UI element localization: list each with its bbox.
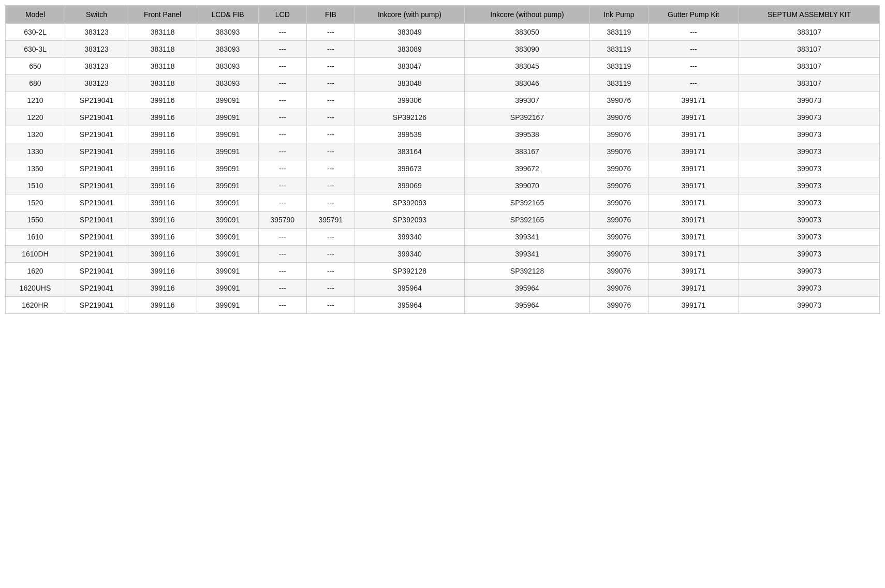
table-cell-r12-c10: 399073 xyxy=(739,229,880,246)
table-cell-r5-c6: SP392126 xyxy=(355,109,464,126)
table-cell-r6-c3: 399091 xyxy=(197,126,259,143)
table-cell-r7-c5: --- xyxy=(306,143,355,160)
table-cell-r8-c5: --- xyxy=(306,160,355,177)
table-row: 1320SP219041399116399091------3995393995… xyxy=(6,126,880,143)
table-cell-r7-c6: 383164 xyxy=(355,143,464,160)
table-cell-r1-c8: 383119 xyxy=(590,41,648,58)
table-cell-r10-c10: 399073 xyxy=(739,194,880,212)
table-cell-r2-c9: --- xyxy=(648,58,739,75)
table-cell-r15-c1: SP219041 xyxy=(65,280,128,297)
table-cell-r10-c2: 399116 xyxy=(128,194,197,212)
table-cell-r14-c10: 399073 xyxy=(739,263,880,280)
table-cell-r0-c0: 630-2L xyxy=(6,24,65,41)
table-cell-r3-c3: 383093 xyxy=(197,75,259,92)
table-cell-r8-c7: 399672 xyxy=(464,160,589,177)
table-cell-r15-c3: 399091 xyxy=(197,280,259,297)
table-cell-r6-c9: 399171 xyxy=(648,126,739,143)
table-cell-r1-c4: --- xyxy=(258,41,306,58)
header-cell-8: Ink Pump xyxy=(590,6,648,24)
table-cell-r7-c3: 399091 xyxy=(197,143,259,160)
table-cell-r2-c8: 383119 xyxy=(590,58,648,75)
table-cell-r8-c10: 399073 xyxy=(739,160,880,177)
table-cell-r13-c9: 399171 xyxy=(648,246,739,263)
table-cell-r12-c1: SP219041 xyxy=(65,229,128,246)
table-wrapper: ModelSwitchFront PanelLCD& FIBLCDFIBInkc… xyxy=(5,5,880,314)
table-cell-r15-c8: 399076 xyxy=(590,280,648,297)
table-cell-r13-c4: --- xyxy=(258,246,306,263)
table-cell-r14-c7: SP392128 xyxy=(464,263,589,280)
table-cell-r8-c1: SP219041 xyxy=(65,160,128,177)
table-cell-r6-c10: 399073 xyxy=(739,126,880,143)
table-cell-r6-c5: --- xyxy=(306,126,355,143)
table-cell-r9-c9: 399171 xyxy=(648,177,739,194)
table-cell-r16-c9: 399171 xyxy=(648,297,739,314)
table-cell-r4-c8: 399076 xyxy=(590,92,648,109)
table-cell-r13-c3: 399091 xyxy=(197,246,259,263)
table-cell-r13-c1: SP219041 xyxy=(65,246,128,263)
table-cell-r12-c2: 399116 xyxy=(128,229,197,246)
table-cell-r8-c6: 399673 xyxy=(355,160,464,177)
table-row: 650383123383118383093------3830473830453… xyxy=(6,58,880,75)
table-cell-r1-c5: --- xyxy=(306,41,355,58)
table-cell-r16-c5: --- xyxy=(306,297,355,314)
table-cell-r15-c9: 399171 xyxy=(648,280,739,297)
table-cell-r14-c3: 399091 xyxy=(197,263,259,280)
table-cell-r8-c8: 399076 xyxy=(590,160,648,177)
table-cell-r13-c5: --- xyxy=(306,246,355,263)
table-cell-r9-c10: 399073 xyxy=(739,177,880,194)
table-cell-r12-c7: 399341 xyxy=(464,229,589,246)
table-cell-r13-c6: 399340 xyxy=(355,246,464,263)
table-cell-r7-c0: 1330 xyxy=(6,143,65,160)
table-cell-r15-c2: 399116 xyxy=(128,280,197,297)
table-cell-r14-c9: 399171 xyxy=(648,263,739,280)
table-cell-r11-c6: SP392093 xyxy=(355,212,464,229)
table-cell-r7-c2: 399116 xyxy=(128,143,197,160)
table-cell-r4-c6: 399306 xyxy=(355,92,464,109)
table-cell-r0-c6: 383049 xyxy=(355,24,464,41)
table-row: 1520SP219041399116399091------SP392093SP… xyxy=(6,194,880,212)
table-cell-r13-c7: 399341 xyxy=(464,246,589,263)
table-cell-r7-c10: 399073 xyxy=(739,143,880,160)
table-cell-r5-c8: 399076 xyxy=(590,109,648,126)
table-cell-r6-c6: 399539 xyxy=(355,126,464,143)
table-cell-r6-c0: 1320 xyxy=(6,126,65,143)
table-cell-r2-c7: 383045 xyxy=(464,58,589,75)
table-cell-r5-c7: SP392167 xyxy=(464,109,589,126)
table-cell-r4-c0: 1210 xyxy=(6,92,65,109)
table-cell-r0-c8: 383119 xyxy=(590,24,648,41)
table-cell-r0-c7: 383050 xyxy=(464,24,589,41)
table-cell-r3-c1: 383123 xyxy=(65,75,128,92)
parts-table: ModelSwitchFront PanelLCD& FIBLCDFIBInkc… xyxy=(5,5,880,314)
table-cell-r7-c1: SP219041 xyxy=(65,143,128,160)
table-cell-r12-c3: 399091 xyxy=(197,229,259,246)
table-cell-r11-c0: 1550 xyxy=(6,212,65,229)
table-cell-r11-c2: 399116 xyxy=(128,212,197,229)
table-cell-r8-c2: 399116 xyxy=(128,160,197,177)
table-cell-r11-c5: 395791 xyxy=(306,212,355,229)
table-cell-r13-c2: 399116 xyxy=(128,246,197,263)
table-cell-r2-c6: 383047 xyxy=(355,58,464,75)
table-cell-r14-c5: --- xyxy=(306,263,355,280)
table-cell-r16-c8: 399076 xyxy=(590,297,648,314)
table-cell-r9-c0: 1510 xyxy=(6,177,65,194)
table-cell-r2-c4: --- xyxy=(258,58,306,75)
table-cell-r5-c10: 399073 xyxy=(739,109,880,126)
table-cell-r16-c4: --- xyxy=(258,297,306,314)
table-cell-r5-c2: 399116 xyxy=(128,109,197,126)
table-cell-r0-c9: --- xyxy=(648,24,739,41)
table-cell-r4-c3: 399091 xyxy=(197,92,259,109)
header-cell-10: SEPTUM ASSEMBLY KIT xyxy=(739,6,880,24)
table-cell-r10-c3: 399091 xyxy=(197,194,259,212)
table-cell-r1-c7: 383090 xyxy=(464,41,589,58)
header-cell-2: Front Panel xyxy=(128,6,197,24)
table-cell-r5-c1: SP219041 xyxy=(65,109,128,126)
table-cell-r9-c7: 399070 xyxy=(464,177,589,194)
table-cell-r9-c5: --- xyxy=(306,177,355,194)
table-cell-r15-c6: 395964 xyxy=(355,280,464,297)
table-row: 1620UHSSP219041399116399091------3959643… xyxy=(6,280,880,297)
table-cell-r16-c6: 395964 xyxy=(355,297,464,314)
table-cell-r11-c3: 399091 xyxy=(197,212,259,229)
header-cell-0: Model xyxy=(6,6,65,24)
table-cell-r12-c6: 399340 xyxy=(355,229,464,246)
table-cell-r14-c6: SP392128 xyxy=(355,263,464,280)
